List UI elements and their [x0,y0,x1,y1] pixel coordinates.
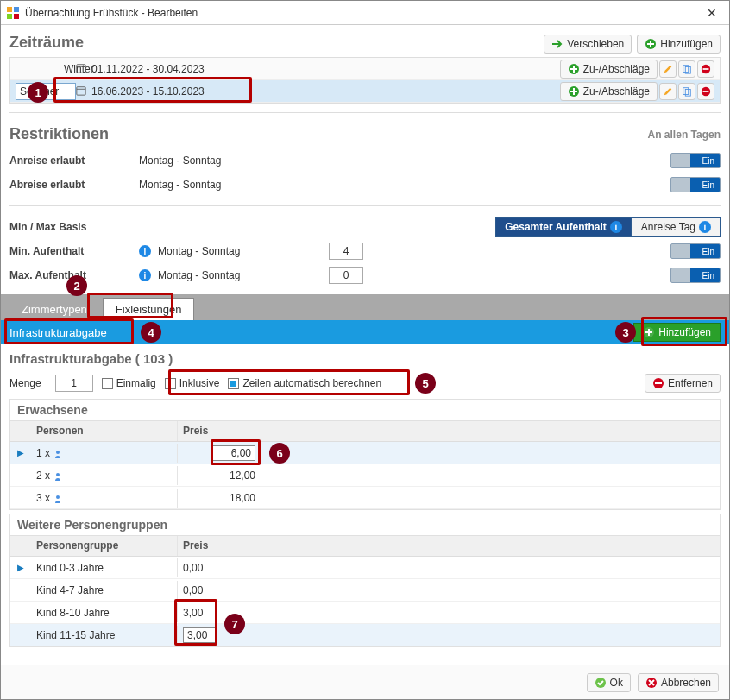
info-icon[interactable]: i [139,269,151,281]
preis-cell: 3,00 [178,603,281,622]
restriktionen-heading: Restriktionen [9,125,109,143]
info-icon[interactable]: i [139,245,151,257]
gruppe-label: Kind 11-15 Jahre [31,626,178,645]
seg-gesamter-aufenthalt[interactable]: Gesamter Aufenthalt i [495,217,632,237]
svg-rect-16 [703,91,709,92]
seg-gesamt-label: Gesamter Aufenthalt [505,221,607,233]
arrow-right-icon [551,38,563,50]
inklusive-checkbox[interactable]: Inklusive [165,377,220,389]
personen-label: 3 x [36,492,50,504]
min-toggle[interactable]: Ein [670,243,721,259]
weitere-header-row: Personengruppe Preis [10,536,720,557]
preis-input[interactable]: 3,00 [183,627,217,643]
fixleistung-hinzufuegen-label: Hinzufügen [658,326,711,338]
checkbox-icon [102,378,113,389]
svg-rect-5 [77,64,85,72]
svg-rect-2 [7,14,12,19]
col-personen: Personen [31,421,178,441]
zuabschlaege-button[interactable]: Zu-/Abschläge [560,82,658,101]
row-indicator-icon: ▶ [10,563,31,572]
min-value-input[interactable]: 4 [329,243,363,260]
svg-rect-1 [14,7,19,12]
anreise-value: Montag - Sonntag [139,155,312,167]
info-icon: i [610,221,622,233]
copy-button[interactable] [678,60,695,78]
period-row-sommer[interactable]: Sommer 16.06.2023 - 15.10.2023 Zu-/Absch… [10,80,720,103]
app-icon [6,6,20,20]
erwachsene-row[interactable]: 3 x 18,00 [10,487,720,509]
abreise-toggle[interactable]: Ein [670,177,721,192]
entfernen-button[interactable]: Entfernen [645,374,721,393]
menge-label: Menge [9,377,41,389]
plus-icon [568,85,580,98]
minus-icon [652,377,664,389]
edit-button[interactable] [659,83,677,100]
ok-button[interactable]: Ok [587,673,631,692]
abreise-value: Montag - Sonntag [139,179,312,191]
zeitraeume-list: Winter 01.11.2022 - 30.04.2023 Zu-/Absch… [9,57,721,104]
period-row-winter[interactable]: Winter 01.11.2022 - 30.04.2023 Zu-/Absch… [10,58,720,80]
svg-rect-0 [7,7,12,12]
preis-cell: 0,00 [178,558,281,577]
cancel-label: Abbrechen [661,677,711,689]
callout-4: 4 [141,322,161,343]
svg-rect-13 [683,87,689,94]
check-icon [595,677,607,689]
period-dates-text: 16.06.2023 - 15.10.2023 [91,85,205,98]
seg-anreise-tag[interactable]: Anreise Tag i [632,217,721,237]
plus-icon [643,326,655,338]
hinzufuegen-zeitraum-label: Hinzufügen [660,38,713,50]
minmax-basis-label: Min / Max Basis [9,221,139,233]
weitere-row[interactable]: ▶ Kind 0-3 Jahre 0,00 [10,557,720,579]
tab-zimmertypen[interactable]: Zimmertypen [9,298,99,320]
max-value-input[interactable]: 0 [329,267,363,284]
erwachsene-heading: Erwachsene [10,400,720,421]
max-toggle[interactable]: Ein [670,268,721,283]
erwachsene-header-row: Personen Preis [10,421,720,442]
fixleistung-hinzufuegen-button[interactable]: Hinzufügen [633,323,721,342]
person-icon [53,449,62,457]
personen-label: 1 x [36,447,50,459]
svg-point-20 [56,451,60,454]
minmax-basis-segmented: Gesamter Aufenthalt i Anreise Tag i [495,217,721,237]
verschieben-button[interactable]: Verschieben [544,35,632,54]
fixleistung-selected-bar: Infrastrukturabgabe Hinzufügen 4 3 [1,320,729,344]
ok-label: Ok [610,677,623,689]
period-name: Winter [16,63,76,75]
inklusive-label: Inklusive [179,377,220,389]
weitere-row[interactable]: Kind 11-15 Jahre 3,00 7 [10,624,720,646]
cancel-icon [645,677,658,689]
svg-point-21 [56,473,60,476]
checkbox-icon [165,378,176,389]
period-dates-text: 01.11.2022 - 30.04.2023 [91,63,205,75]
svg-rect-11 [77,86,85,94]
weitere-row[interactable]: Kind 4-7 Jahre 0,00 [10,579,720,602]
info-icon: i [699,221,711,233]
edit-button[interactable] [659,60,677,78]
erwachsene-row[interactable]: 2 x 12,00 [10,464,720,487]
menge-input[interactable]: 1 [55,375,93,392]
footer: Ok Abbrechen [1,665,729,699]
delete-button[interactable] [697,60,714,78]
copy-button[interactable] [678,83,695,100]
einmalig-label: Einmalig [116,377,156,389]
weitere-heading: Weitere Personengruppen [10,514,720,536]
all-days-label: An allen Tagen [648,129,721,141]
hinzufuegen-zeitraum-button[interactable]: Hinzufügen [637,35,721,54]
close-button[interactable]: ✕ [700,3,724,22]
preis-input[interactable]: 6,00 [212,445,255,461]
erwachsene-row[interactable]: ▶ 1 x 6,00 6 [10,442,720,464]
cancel-button[interactable]: Abbrechen [638,673,719,692]
anreise-toggle[interactable]: Ein [670,153,721,168]
auto-berechnen-checkbox[interactable]: Zeilen automatisch berechnen [228,377,381,389]
gruppe-label: Kind 8-10 Jahre [31,603,178,622]
plus-icon [568,63,580,75]
weitere-row[interactable]: Kind 8-10 Jahre 3,00 [10,602,720,624]
weitere-groupbox: Weitere Personengruppen Personengruppe P… [9,514,721,647]
preis-cell: 18,00 [178,489,281,508]
einmalig-checkbox[interactable]: Einmalig [102,377,156,389]
delete-button[interactable] [697,83,714,100]
zuabschlaege-button[interactable]: Zu-/Abschläge [560,60,658,79]
erwachsene-groupbox: Erwachsene Personen Preis ▶ 1 x 6,00 6 [9,399,721,510]
tab-fixleistungen[interactable]: Fixleistungen [103,298,195,320]
